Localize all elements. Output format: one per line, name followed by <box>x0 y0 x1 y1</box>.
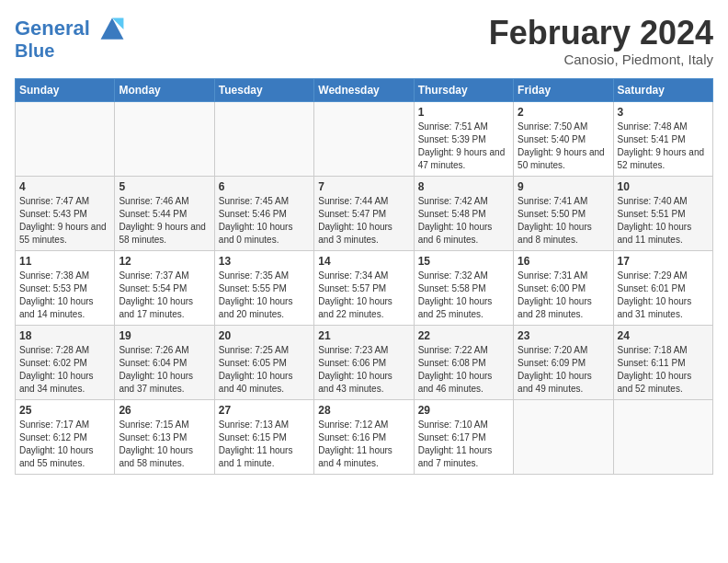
header-friday: Friday <box>514 78 613 101</box>
calendar-cell: 18Sunrise: 7:28 AMSunset: 6:02 PMDayligh… <box>16 325 115 399</box>
day-number: 9 <box>518 180 609 193</box>
week-row-5: 25Sunrise: 7:17 AMSunset: 6:12 PMDayligh… <box>16 399 713 474</box>
header-thursday: Thursday <box>414 78 513 101</box>
week-row-1: 1Sunrise: 7:51 AMSunset: 5:39 PMDaylight… <box>16 101 713 176</box>
day-content: Sunrise: 7:42 AMSunset: 5:48 PMDaylight:… <box>418 195 509 247</box>
calendar-cell: 24Sunrise: 7:18 AMSunset: 6:11 PMDayligh… <box>613 325 712 399</box>
calendar-cell <box>214 101 313 176</box>
calendar-cell: 23Sunrise: 7:20 AMSunset: 6:09 PMDayligh… <box>514 325 613 399</box>
day-number: 24 <box>618 329 709 342</box>
day-number: 4 <box>19 180 110 193</box>
day-number: 12 <box>119 255 210 268</box>
calendar-cell: 28Sunrise: 7:12 AMSunset: 6:16 PMDayligh… <box>314 399 414 474</box>
day-number: 6 <box>219 180 310 193</box>
calendar-header-row: SundayMondayTuesdayWednesdayThursdayFrid… <box>16 78 713 101</box>
location-subtitle: Canosio, Piedmont, Italy <box>489 52 713 67</box>
day-number: 17 <box>618 255 709 268</box>
day-content: Sunrise: 7:25 AMSunset: 6:05 PMDaylight:… <box>219 344 310 396</box>
day-number: 25 <box>19 404 110 417</box>
day-content: Sunrise: 7:44 AMSunset: 5:47 PMDaylight:… <box>318 195 409 247</box>
calendar-cell: 7Sunrise: 7:44 AMSunset: 5:47 PMDaylight… <box>314 176 414 250</box>
calendar-table: SundayMondayTuesdayWednesdayThursdayFrid… <box>15 78 713 475</box>
calendar-cell: 1Sunrise: 7:51 AMSunset: 5:39 PMDaylight… <box>414 101 513 176</box>
calendar-cell: 8Sunrise: 7:42 AMSunset: 5:48 PMDaylight… <box>414 176 513 250</box>
calendar-cell: 14Sunrise: 7:34 AMSunset: 5:57 PMDayligh… <box>314 250 414 325</box>
calendar-cell: 9Sunrise: 7:41 AMSunset: 5:50 PMDaylight… <box>514 176 613 250</box>
calendar-cell: 26Sunrise: 7:15 AMSunset: 6:13 PMDayligh… <box>115 399 214 474</box>
calendar-cell: 21Sunrise: 7:23 AMSunset: 6:06 PMDayligh… <box>314 325 414 399</box>
calendar-cell <box>514 399 613 474</box>
day-content: Sunrise: 7:12 AMSunset: 6:16 PMDaylight:… <box>318 419 409 470</box>
calendar-cell <box>314 101 414 176</box>
day-content: Sunrise: 7:51 AMSunset: 5:39 PMDaylight:… <box>418 121 509 172</box>
calendar-cell: 15Sunrise: 7:32 AMSunset: 5:58 PMDayligh… <box>414 250 513 325</box>
page-header: General Blue February 2024 Canosio, Pied… <box>15 15 713 67</box>
day-content: Sunrise: 7:22 AMSunset: 6:08 PMDaylight:… <box>418 344 509 396</box>
day-number: 1 <box>418 106 509 119</box>
calendar-cell: 29Sunrise: 7:10 AMSunset: 6:17 PMDayligh… <box>414 399 513 474</box>
day-number: 7 <box>318 180 409 193</box>
day-number: 15 <box>418 255 509 268</box>
day-number: 5 <box>119 180 210 193</box>
day-number: 28 <box>318 404 409 417</box>
calendar-cell: 4Sunrise: 7:47 AMSunset: 5:43 PMDaylight… <box>16 176 115 250</box>
calendar-cell <box>115 101 214 176</box>
calendar-cell: 13Sunrise: 7:35 AMSunset: 5:55 PMDayligh… <box>214 250 313 325</box>
calendar-cell: 17Sunrise: 7:29 AMSunset: 6:01 PMDayligh… <box>613 250 712 325</box>
calendar-cell: 12Sunrise: 7:37 AMSunset: 5:54 PMDayligh… <box>115 250 214 325</box>
day-number: 21 <box>318 329 409 342</box>
day-number: 26 <box>119 404 210 417</box>
day-content: Sunrise: 7:10 AMSunset: 6:17 PMDaylight:… <box>418 419 509 470</box>
day-number: 11 <box>19 255 110 268</box>
day-number: 14 <box>318 255 409 268</box>
day-number: 10 <box>618 180 709 193</box>
day-content: Sunrise: 7:40 AMSunset: 5:51 PMDaylight:… <box>618 195 709 247</box>
day-content: Sunrise: 7:15 AMSunset: 6:13 PMDaylight:… <box>119 419 210 470</box>
day-number: 19 <box>119 329 210 342</box>
logo-icon <box>97 15 127 44</box>
day-number: 20 <box>219 329 310 342</box>
day-content: Sunrise: 7:41 AMSunset: 5:50 PMDaylight:… <box>518 195 609 247</box>
calendar-cell <box>16 101 115 176</box>
calendar-cell: 16Sunrise: 7:31 AMSunset: 6:00 PMDayligh… <box>514 250 613 325</box>
calendar-cell: 25Sunrise: 7:17 AMSunset: 6:12 PMDayligh… <box>16 399 115 474</box>
calendar-cell: 5Sunrise: 7:46 AMSunset: 5:44 PMDaylight… <box>115 176 214 250</box>
day-content: Sunrise: 7:45 AMSunset: 5:46 PMDaylight:… <box>219 195 310 247</box>
day-number: 13 <box>219 255 310 268</box>
day-content: Sunrise: 7:28 AMSunset: 6:02 PMDaylight:… <box>19 344 110 396</box>
day-content: Sunrise: 7:17 AMSunset: 6:12 PMDaylight:… <box>19 419 110 470</box>
header-tuesday: Tuesday <box>214 78 313 101</box>
day-content: Sunrise: 7:23 AMSunset: 6:06 PMDaylight:… <box>318 344 409 396</box>
day-number: 18 <box>19 329 110 342</box>
header-monday: Monday <box>115 78 214 101</box>
day-content: Sunrise: 7:47 AMSunset: 5:43 PMDaylight:… <box>19 195 110 247</box>
title-block: February 2024 Canosio, Piedmont, Italy <box>489 15 713 67</box>
header-wednesday: Wednesday <box>314 78 414 101</box>
day-number: 2 <box>518 106 609 119</box>
calendar-cell: 2Sunrise: 7:50 AMSunset: 5:40 PMDaylight… <box>514 101 613 176</box>
week-row-3: 11Sunrise: 7:38 AMSunset: 5:53 PMDayligh… <box>16 250 713 325</box>
day-number: 23 <box>518 329 609 342</box>
day-content: Sunrise: 7:26 AMSunset: 6:04 PMDaylight:… <box>119 344 210 396</box>
calendar-cell: 3Sunrise: 7:48 AMSunset: 5:41 PMDaylight… <box>613 101 712 176</box>
month-title: February 2024 <box>489 15 713 52</box>
day-content: Sunrise: 7:34 AMSunset: 5:57 PMDaylight:… <box>318 270 409 321</box>
calendar-cell: 6Sunrise: 7:45 AMSunset: 5:46 PMDaylight… <box>214 176 313 250</box>
day-number: 29 <box>418 404 509 417</box>
day-content: Sunrise: 7:13 AMSunset: 6:15 PMDaylight:… <box>219 419 310 470</box>
day-content: Sunrise: 7:50 AMSunset: 5:40 PMDaylight:… <box>518 121 609 172</box>
day-content: Sunrise: 7:29 AMSunset: 6:01 PMDaylight:… <box>618 270 709 321</box>
calendar-cell: 10Sunrise: 7:40 AMSunset: 5:51 PMDayligh… <box>613 176 712 250</box>
header-saturday: Saturday <box>613 78 712 101</box>
day-number: 22 <box>418 329 509 342</box>
calendar-cell: 19Sunrise: 7:26 AMSunset: 6:04 PMDayligh… <box>115 325 214 399</box>
day-content: Sunrise: 7:32 AMSunset: 5:58 PMDaylight:… <box>418 270 509 321</box>
calendar-cell: 11Sunrise: 7:38 AMSunset: 5:53 PMDayligh… <box>16 250 115 325</box>
day-content: Sunrise: 7:35 AMSunset: 5:55 PMDaylight:… <box>219 270 310 321</box>
calendar-cell: 22Sunrise: 7:22 AMSunset: 6:08 PMDayligh… <box>414 325 513 399</box>
day-number: 16 <box>518 255 609 268</box>
day-content: Sunrise: 7:31 AMSunset: 6:00 PMDaylight:… <box>518 270 609 321</box>
week-row-2: 4Sunrise: 7:47 AMSunset: 5:43 PMDaylight… <box>16 176 713 250</box>
header-sunday: Sunday <box>16 78 115 101</box>
calendar-cell <box>613 399 712 474</box>
